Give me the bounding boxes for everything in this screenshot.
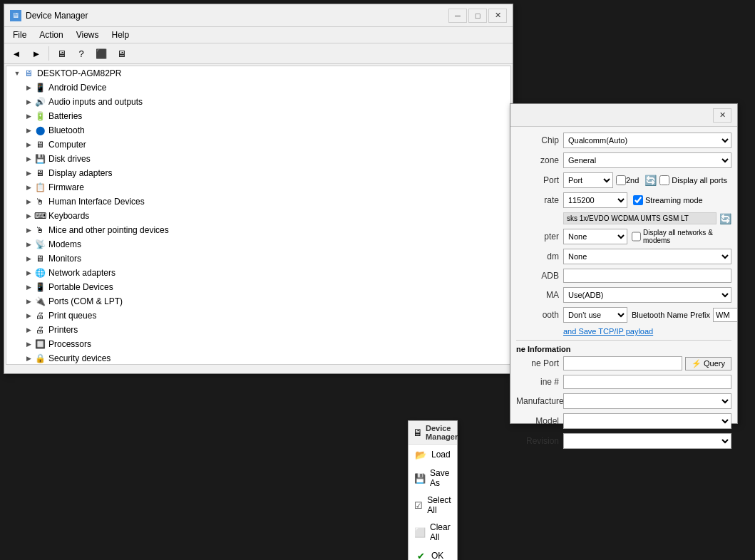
- toolbar-separator-1: [48, 46, 49, 61]
- adapter-select[interactable]: None: [563, 229, 627, 244]
- icon-network: 🌐: [34, 267, 46, 279]
- info-label: ne Information: [516, 345, 731, 353]
- refresh-icon[interactable]: 🔄: [644, 175, 657, 186]
- port-select[interactable]: Port: [563, 172, 613, 188]
- properties-button[interactable]: ?: [72, 45, 91, 62]
- back-button[interactable]: ◄: [7, 45, 26, 62]
- second-checkbox[interactable]: [616, 175, 626, 185]
- update-button[interactable]: ⬛: [92, 45, 111, 62]
- root-expand-icon: ▼: [12, 68, 22, 78]
- phone-num-row: ine #: [516, 375, 731, 389]
- select-all-label: Select All: [427, 495, 451, 515]
- query-button[interactable]: ⚡ Query: [685, 357, 731, 370]
- phone-num-input[interactable]: [563, 375, 731, 389]
- streaming-mode-checkbox[interactable]: [633, 195, 643, 205]
- menu-views[interactable]: Views: [71, 28, 105, 41]
- popup-save-as[interactable]: 💾 Save As: [409, 465, 457, 492]
- menu-action[interactable]: Action: [34, 28, 68, 41]
- tree-item-firmware[interactable]: ▶ 📋 Firmware: [6, 180, 510, 195]
- manufacture-select[interactable]: [563, 393, 731, 409]
- tasks-text: sks 1x/EVDO WCDMA UMTS GSM LT: [563, 212, 717, 224]
- device-manager-icon-btn[interactable]: 🖥: [52, 45, 71, 62]
- icon-ports: 🔌: [34, 296, 46, 307]
- icon-print-queues: 🖨: [34, 310, 46, 321]
- popup-clear-all[interactable]: ⬜ Clear All: [409, 519, 457, 546]
- icon-portable: 📱: [34, 281, 46, 293]
- forward-button[interactable]: ►: [27, 45, 46, 62]
- icon-batteries: 🔋: [34, 110, 46, 122]
- revision-select[interactable]: [563, 433, 731, 449]
- tree-item-security[interactable]: ▶ 🔒 Security devices: [6, 351, 510, 365]
- tree-root[interactable]: ▼ 🖥 DESKTOP-AGM82PR: [6, 66, 510, 81]
- tree-item-batteries[interactable]: ▶ 🔋 Batteries: [6, 109, 510, 123]
- popup-menu: 🖥 DeviceManager 📂 Load 💾 Save As ☑ Selec…: [408, 420, 458, 560]
- tree-item-ports[interactable]: ▶ 🔌 Ports (COM & LPT): [6, 294, 510, 308]
- tooth-select[interactable]: Don't use: [563, 307, 627, 323]
- revision-label: Revision: [516, 436, 559, 446]
- tcp-row: and Save TCP/IP payload: [516, 327, 731, 336]
- expand-hid: ▶: [24, 197, 34, 207]
- display-all-ports-checkbox[interactable]: [659, 175, 669, 185]
- tree-item-network[interactable]: ▶ 🌐 Network adapters: [6, 266, 510, 280]
- expand-processors: ▶: [24, 339, 34, 349]
- popup-ok[interactable]: ✔ OK: [409, 546, 457, 560]
- rate-row: rate 115200 Streaming mode: [516, 192, 731, 208]
- tree-item-bluetooth[interactable]: ▶ ⬤ Bluetooth: [6, 123, 510, 138]
- tree-item-keyboards[interactable]: ▶ ⌨ Keyboards: [6, 209, 510, 223]
- config-window: ✕ Chip Qualcomm(Auto) zone General Port …: [510, 103, 738, 424]
- chip-select[interactable]: Qualcomm(Auto): [563, 133, 731, 148]
- tree-item-hid[interactable]: ▶ 🖱 Human Interface Devices: [6, 195, 510, 209]
- load-label: Load: [431, 450, 451, 460]
- minimize-button[interactable]: ─: [448, 9, 467, 23]
- config-close-button[interactable]: ✕: [713, 108, 731, 123]
- port-field-input[interactable]: [563, 356, 682, 370]
- tree-item-disk[interactable]: ▶ 💾 Disk drives: [6, 152, 510, 166]
- expand-display: ▶: [24, 168, 34, 178]
- tree-item-display[interactable]: ▶ 🖥 Display adapters: [6, 166, 510, 180]
- tree-item-portable[interactable]: ▶ 📱 Portable Devices: [6, 280, 510, 294]
- port-row: Port Port 2nd 🔄 Display all ports: [516, 172, 731, 188]
- tree-item-printers[interactable]: ▶ 🖨 Printers: [6, 323, 510, 337]
- root-icon: 🖥: [23, 68, 34, 79]
- chip-row: Chip Qualcomm(Auto): [516, 133, 731, 148]
- device-tree[interactable]: ▼ 🖥 DESKTOP-AGM82PR ▶ 📱 Android Device ▶…: [6, 66, 511, 365]
- icon-computer: 🖥: [34, 139, 46, 150]
- tree-item-processors[interactable]: ▶ 🔲 Processors: [6, 337, 510, 351]
- icon-modems: 📡: [34, 239, 46, 250]
- menu-bar: File Action Views Help: [4, 27, 513, 43]
- chip-label: Chip: [516, 135, 559, 145]
- popup-select-all[interactable]: ☑ Select All: [409, 492, 457, 519]
- adb-input[interactable]: [563, 269, 731, 283]
- tasks-refresh-icon[interactable]: 🔄: [719, 213, 731, 224]
- tree-item-print-queues[interactable]: ▶ 🖨 Print queues: [6, 308, 510, 323]
- menu-file[interactable]: File: [7, 28, 32, 41]
- close-button[interactable]: ✕: [488, 9, 507, 23]
- tree-item-android[interactable]: ▶ 📱 Android Device: [6, 81, 510, 95]
- query-icon: ⚡: [692, 359, 702, 368]
- popup-load[interactable]: 📂 Load: [409, 445, 457, 465]
- tree-item-computer[interactable]: ▶ 🖥 Computer: [6, 138, 510, 152]
- bluetooth-prefix-input[interactable]: [713, 308, 737, 322]
- icon-processors: 🔲: [34, 338, 46, 350]
- info-section: ne Information: [516, 340, 731, 353]
- model-select[interactable]: [563, 413, 731, 429]
- expand-security: ▶: [24, 353, 34, 363]
- port-field-row: ne Port ⚡ Query: [516, 356, 731, 370]
- rate-select[interactable]: 115200: [563, 192, 627, 208]
- ma-select[interactable]: Use(ADB): [563, 287, 731, 303]
- manufacture-label: Manufacture: [516, 396, 559, 406]
- tree-item-modems[interactable]: ▶ 📡 Modems: [6, 237, 510, 252]
- clear-all-label: Clear All: [430, 522, 451, 542]
- maximize-button[interactable]: □: [468, 9, 487, 23]
- icon-audio: 🔊: [34, 96, 46, 108]
- menu-help[interactable]: Help: [106, 28, 135, 41]
- monitor-button[interactable]: 🖥: [112, 45, 130, 62]
- app-icon: 🖥: [10, 10, 21, 21]
- modem-select[interactable]: None: [563, 249, 731, 264]
- window-title: Device Manager: [26, 11, 448, 21]
- tree-item-audio[interactable]: ▶ 🔊 Audio inputs and outputs: [6, 95, 510, 109]
- zone-select[interactable]: General: [563, 152, 731, 168]
- display-all-networks-checkbox[interactable]: [632, 232, 641, 242]
- tree-item-monitors[interactable]: ▶ 🖥 Monitors: [6, 252, 510, 266]
- tree-item-mice[interactable]: ▶ 🖱 Mice and other pointing devices: [6, 223, 510, 237]
